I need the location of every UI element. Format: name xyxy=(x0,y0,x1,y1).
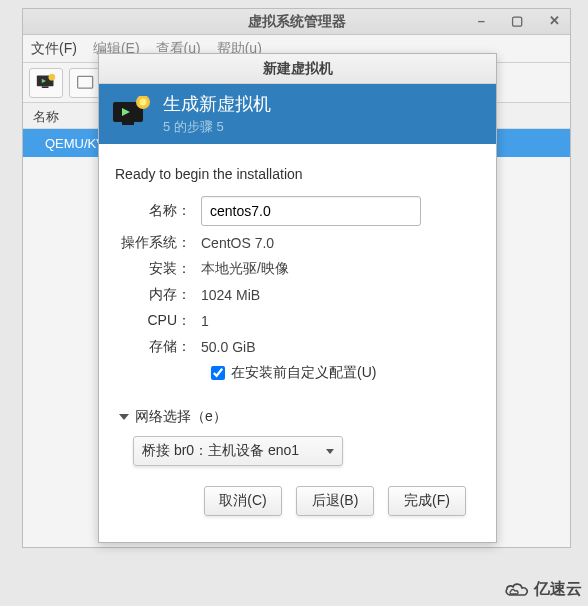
finish-button[interactable]: 完成(F) xyxy=(388,486,466,516)
cancel-button[interactable]: 取消(C) xyxy=(204,486,282,516)
value-os: CentOS 7.0 xyxy=(201,235,274,251)
row-storage: 存储： 50.0 GiB xyxy=(115,338,480,356)
svg-point-3 xyxy=(49,74,56,81)
row-install: 安装： 本地光驱/映像 xyxy=(115,260,480,278)
label-os: 操作系统： xyxy=(115,234,201,252)
row-memory: 内存： 1024 MiB xyxy=(115,286,480,304)
dialog-body: Ready to begin the installation 名称： 操作系统… xyxy=(99,144,496,542)
dialog-header-line1: 生成新虚拟机 xyxy=(163,92,271,116)
new-vm-button[interactable] xyxy=(29,68,63,98)
dialog-title: 新建虚拟机 xyxy=(263,60,333,78)
vm-row-label: QEMU/KV xyxy=(45,136,105,151)
value-storage: 50.0 GiB xyxy=(201,339,255,355)
network-combo-label: 桥接 br0：主机设备 eno1 xyxy=(142,442,299,460)
network-expand-label: 网络选择（e） xyxy=(135,408,227,426)
network-combo[interactable]: 桥接 br0：主机设备 eno1 xyxy=(133,436,343,466)
new-vm-dialog: 新建虚拟机 生成新虚拟机 5 的步骤 5 Ready to begin the … xyxy=(98,53,497,543)
back-button[interactable]: 后退(B) xyxy=(296,486,374,516)
menu-file[interactable]: 文件(F) xyxy=(31,40,77,58)
column-header-label: 名称 xyxy=(33,109,59,124)
dialog-button-bar: 取消(C) 后退(B) 完成(F) xyxy=(115,486,480,532)
svg-rect-2 xyxy=(42,86,49,88)
svg-rect-4 xyxy=(78,76,93,88)
label-name: 名称： xyxy=(115,202,201,220)
combo-chevron-down-icon xyxy=(326,449,334,454)
svg-rect-7 xyxy=(122,122,134,125)
customize-row: 在安装前自定义配置(U) xyxy=(211,364,480,382)
label-memory: 内存： xyxy=(115,286,201,304)
name-input[interactable] xyxy=(201,196,421,226)
label-storage: 存储： xyxy=(115,338,201,356)
monitor-icon xyxy=(36,74,56,92)
main-title: 虚拟系统管理器 xyxy=(248,13,346,31)
new-vm-icon xyxy=(111,96,151,132)
minimize-icon[interactable]: – xyxy=(472,9,491,32)
svg-point-9 xyxy=(140,99,147,106)
main-titlebar[interactable]: 虚拟系统管理器 – ▢ ✕ xyxy=(23,9,570,35)
close-icon[interactable]: ✕ xyxy=(543,9,566,32)
dialog-titlebar[interactable]: 新建虚拟机 xyxy=(99,54,496,84)
cloud-icon xyxy=(504,581,530,599)
label-install: 安装： xyxy=(115,260,201,278)
value-memory: 1024 MiB xyxy=(201,287,260,303)
dialog-intro: Ready to begin the installation xyxy=(115,166,480,182)
value-install: 本地光驱/映像 xyxy=(201,260,289,278)
open-icon xyxy=(76,74,96,92)
label-cpu: CPU： xyxy=(115,312,201,330)
chevron-down-icon xyxy=(119,414,129,420)
dialog-header: 生成新虚拟机 5 的步骤 5 xyxy=(99,84,496,144)
watermark-text: 亿速云 xyxy=(534,579,582,600)
dialog-header-step: 5 的步骤 5 xyxy=(163,118,271,136)
dialog-header-text: 生成新虚拟机 5 的步骤 5 xyxy=(163,92,271,136)
row-name: 名称： xyxy=(115,196,480,226)
customize-label[interactable]: 在安装前自定义配置(U) xyxy=(231,364,376,382)
value-cpu: 1 xyxy=(201,313,209,329)
maximize-icon[interactable]: ▢ xyxy=(505,9,529,32)
customize-checkbox[interactable] xyxy=(211,366,225,380)
network-expander[interactable]: 网络选择（e） xyxy=(119,408,480,426)
window-controls: – ▢ ✕ xyxy=(472,9,566,32)
row-cpu: CPU： 1 xyxy=(115,312,480,330)
row-os: 操作系统： CentOS 7.0 xyxy=(115,234,480,252)
watermark: 亿速云 xyxy=(504,579,582,600)
